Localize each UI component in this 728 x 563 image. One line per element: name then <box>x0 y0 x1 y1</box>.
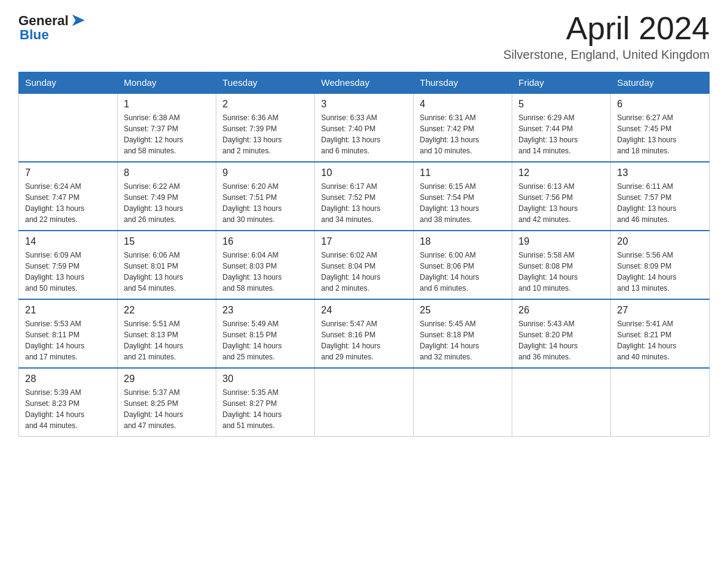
day-info: Sunrise: 6:36 AM Sunset: 7:39 PM Dayligh… <box>222 112 308 156</box>
column-header-wednesday: Wednesday <box>315 72 414 94</box>
calendar-cell: 13Sunrise: 6:11 AM Sunset: 7:57 PM Dayli… <box>611 162 710 231</box>
calendar-cell: 5Sunrise: 6:29 AM Sunset: 7:44 PM Daylig… <box>512 93 611 162</box>
day-number: 1 <box>124 99 210 110</box>
calendar-cell: 10Sunrise: 6:17 AM Sunset: 7:52 PM Dayli… <box>315 162 414 231</box>
day-info: Sunrise: 5:47 AM Sunset: 8:16 PM Dayligh… <box>321 318 407 362</box>
day-number: 2 <box>222 99 308 110</box>
day-info: Sunrise: 6:29 AM Sunset: 7:44 PM Dayligh… <box>518 112 604 156</box>
calendar-cell: 30Sunrise: 5:35 AM Sunset: 8:27 PM Dayli… <box>216 368 315 437</box>
day-number: 16 <box>222 236 308 247</box>
day-number: 17 <box>321 236 407 247</box>
calendar-cell: 24Sunrise: 5:47 AM Sunset: 8:16 PM Dayli… <box>315 299 414 368</box>
day-number: 24 <box>321 305 407 316</box>
page-header: General Blue April 2024 Silverstone, Eng… <box>18 12 710 62</box>
day-number: 29 <box>124 373 210 385</box>
day-info: Sunrise: 5:51 AM Sunset: 8:13 PM Dayligh… <box>124 318 210 362</box>
calendar-cell: 29Sunrise: 5:37 AM Sunset: 8:25 PM Dayli… <box>118 368 216 437</box>
calendar-cell: 8Sunrise: 6:22 AM Sunset: 7:49 PM Daylig… <box>118 162 216 231</box>
day-info: Sunrise: 6:24 AM Sunset: 7:47 PM Dayligh… <box>25 181 111 225</box>
calendar-week-row: 28Sunrise: 5:39 AM Sunset: 8:23 PM Dayli… <box>19 368 710 437</box>
day-number: 6 <box>617 99 703 110</box>
day-number: 10 <box>321 167 407 178</box>
calendar-cell: 6Sunrise: 6:27 AM Sunset: 7:45 PM Daylig… <box>611 93 710 162</box>
day-number: 7 <box>25 167 111 178</box>
calendar-table: SundayMondayTuesdayWednesdayThursdayFrid… <box>18 72 710 437</box>
day-number: 20 <box>617 236 703 247</box>
calendar-cell <box>414 368 512 437</box>
calendar-cell: 20Sunrise: 5:56 AM Sunset: 8:09 PM Dayli… <box>611 231 710 299</box>
calendar-cell: 25Sunrise: 5:45 AM Sunset: 8:18 PM Dayli… <box>414 299 512 368</box>
day-number: 15 <box>124 236 210 247</box>
day-info: Sunrise: 6:02 AM Sunset: 8:04 PM Dayligh… <box>321 250 407 294</box>
day-number: 14 <box>25 236 111 247</box>
calendar-cell: 19Sunrise: 5:58 AM Sunset: 8:08 PM Dayli… <box>512 231 611 299</box>
day-number: 26 <box>518 305 604 316</box>
day-number: 3 <box>321 99 407 110</box>
calendar-cell: 15Sunrise: 6:06 AM Sunset: 8:01 PM Dayli… <box>118 231 216 299</box>
title-block: April 2024 Silverstone, England, United … <box>503 12 710 62</box>
day-info: Sunrise: 6:15 AM Sunset: 7:54 PM Dayligh… <box>420 181 506 225</box>
day-info: Sunrise: 6:17 AM Sunset: 7:52 PM Dayligh… <box>321 181 407 225</box>
day-info: Sunrise: 6:06 AM Sunset: 8:01 PM Dayligh… <box>124 250 210 294</box>
column-header-monday: Monday <box>118 72 216 94</box>
calendar-cell: 16Sunrise: 6:04 AM Sunset: 8:03 PM Dayli… <box>216 231 315 299</box>
day-number: 25 <box>420 305 506 316</box>
svg-marker-0 <box>72 15 85 26</box>
calendar-cell: 18Sunrise: 6:00 AM Sunset: 8:06 PM Dayli… <box>414 231 512 299</box>
calendar-cell <box>611 368 710 437</box>
day-info: Sunrise: 6:31 AM Sunset: 7:42 PM Dayligh… <box>420 112 506 156</box>
calendar-cell: 3Sunrise: 6:33 AM Sunset: 7:40 PM Daylig… <box>315 93 414 162</box>
column-header-sunday: Sunday <box>19 72 118 94</box>
calendar-cell: 7Sunrise: 6:24 AM Sunset: 7:47 PM Daylig… <box>19 162 118 231</box>
day-number: 13 <box>617 167 703 178</box>
logo-blue: Blue <box>20 27 49 43</box>
calendar-cell: 14Sunrise: 6:09 AM Sunset: 7:59 PM Dayli… <box>19 231 118 299</box>
day-info: Sunrise: 6:11 AM Sunset: 7:57 PM Dayligh… <box>617 181 703 225</box>
calendar-cell: 4Sunrise: 6:31 AM Sunset: 7:42 PM Daylig… <box>414 93 512 162</box>
column-header-thursday: Thursday <box>414 72 512 94</box>
calendar-cell <box>19 93 118 162</box>
calendar-cell: 17Sunrise: 6:02 AM Sunset: 8:04 PM Dayli… <box>315 231 414 299</box>
day-info: Sunrise: 5:39 AM Sunset: 8:23 PM Dayligh… <box>25 387 111 431</box>
day-number: 8 <box>124 167 210 178</box>
calendar-cell <box>512 368 611 437</box>
day-info: Sunrise: 5:45 AM Sunset: 8:18 PM Dayligh… <box>420 318 506 362</box>
calendar-cell: 11Sunrise: 6:15 AM Sunset: 7:54 PM Dayli… <box>414 162 512 231</box>
day-info: Sunrise: 5:49 AM Sunset: 8:15 PM Dayligh… <box>222 318 308 362</box>
month-title: April 2024 <box>503 12 710 44</box>
logo-icon <box>70 12 87 29</box>
column-header-saturday: Saturday <box>611 72 710 94</box>
calendar-cell: 26Sunrise: 5:43 AM Sunset: 8:20 PM Dayli… <box>512 299 611 368</box>
calendar-cell: 22Sunrise: 5:51 AM Sunset: 8:13 PM Dayli… <box>118 299 216 368</box>
calendar-cell: 9Sunrise: 6:20 AM Sunset: 7:51 PM Daylig… <box>216 162 315 231</box>
day-info: Sunrise: 5:53 AM Sunset: 8:11 PM Dayligh… <box>25 318 111 362</box>
day-number: 30 <box>222 373 308 385</box>
day-info: Sunrise: 6:09 AM Sunset: 7:59 PM Dayligh… <box>25 250 111 294</box>
day-info: Sunrise: 6:20 AM Sunset: 7:51 PM Dayligh… <box>222 181 308 225</box>
day-info: Sunrise: 6:22 AM Sunset: 7:49 PM Dayligh… <box>124 181 210 225</box>
day-number: 18 <box>420 236 506 247</box>
day-info: Sunrise: 5:37 AM Sunset: 8:25 PM Dayligh… <box>124 387 210 431</box>
logo: General Blue <box>18 12 87 43</box>
day-info: Sunrise: 6:13 AM Sunset: 7:56 PM Dayligh… <box>518 181 604 225</box>
calendar-week-row: 7Sunrise: 6:24 AM Sunset: 7:47 PM Daylig… <box>19 162 710 231</box>
day-number: 23 <box>222 305 308 316</box>
calendar-cell: 23Sunrise: 5:49 AM Sunset: 8:15 PM Dayli… <box>216 299 315 368</box>
calendar-cell: 27Sunrise: 5:41 AM Sunset: 8:21 PM Dayli… <box>611 299 710 368</box>
calendar-week-row: 1Sunrise: 6:38 AM Sunset: 7:37 PM Daylig… <box>19 93 710 162</box>
calendar-week-row: 21Sunrise: 5:53 AM Sunset: 8:11 PM Dayli… <box>19 299 710 368</box>
day-info: Sunrise: 5:58 AM Sunset: 8:08 PM Dayligh… <box>518 250 604 294</box>
day-info: Sunrise: 6:27 AM Sunset: 7:45 PM Dayligh… <box>617 112 703 156</box>
day-info: Sunrise: 6:04 AM Sunset: 8:03 PM Dayligh… <box>222 250 308 294</box>
day-number: 21 <box>25 305 111 316</box>
calendar-cell: 21Sunrise: 5:53 AM Sunset: 8:11 PM Dayli… <box>19 299 118 368</box>
day-number: 9 <box>222 167 308 178</box>
column-header-friday: Friday <box>512 72 611 94</box>
day-info: Sunrise: 5:56 AM Sunset: 8:09 PM Dayligh… <box>617 250 703 294</box>
day-number: 28 <box>25 373 111 385</box>
calendar-cell: 2Sunrise: 6:36 AM Sunset: 7:39 PM Daylig… <box>216 93 315 162</box>
day-info: Sunrise: 6:38 AM Sunset: 7:37 PM Dayligh… <box>124 112 210 156</box>
day-number: 22 <box>124 305 210 316</box>
calendar-cell: 28Sunrise: 5:39 AM Sunset: 8:23 PM Dayli… <box>19 368 118 437</box>
day-number: 19 <box>518 236 604 247</box>
